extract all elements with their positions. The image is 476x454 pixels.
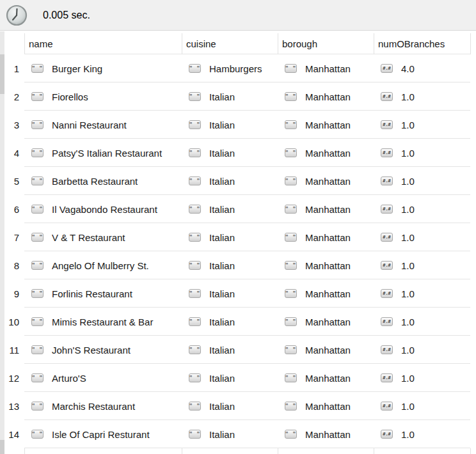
cell-borough[interactable]: " "Manhattan [278,167,374,195]
row-number[interactable]: 11 [4,345,24,356]
cell-name[interactable]: " "Patsy'S Italian Restaurant [24,139,182,167]
cell-borough[interactable]: " "Manhattan [278,279,374,308]
cell-borough-value: Manhattan [305,176,351,187]
cell-name[interactable]: " "Mimis Restaurant & Bar [24,308,182,336]
cell-name[interactable]: " "V & T Restaurant [24,223,182,251]
row-number[interactable]: 14 [4,429,24,440]
table-row[interactable]: 11" "John'S Restaurant" "Italian" "Manha… [4,336,476,364]
cell-name[interactable]: " "Burger King [24,54,182,82]
row-number[interactable]: 5 [4,176,24,187]
scrollbar-thumb-bottom[interactable] [0,440,4,454]
cell-numobranches[interactable]: #.#1.0 [374,420,470,448]
row-number[interactable]: 2 [4,91,24,102]
row-number[interactable]: 12 [4,373,24,384]
cell-numobranches[interactable]: #.#1.0 [374,392,470,420]
row-number[interactable]: 9 [4,288,24,299]
cell-borough[interactable]: " "Manhattan [278,420,374,448]
cell-name[interactable]: " "John'S Restaurant [24,336,182,364]
table-row[interactable]: 6" "Il Vagabondo Restaurant" "Italian" "… [4,195,476,223]
table-row[interactable]: 14" "Isle Of Capri Resturant" "Italian" … [4,420,476,448]
cell-numobranches-value: 1.0 [401,91,415,102]
table-row[interactable]: 1" "Burger King" "Hamburgers" "Manhattan… [4,54,476,82]
cell-numobranches[interactable]: #.#1.0 [374,195,470,223]
cell-borough[interactable]: " "Manhattan [278,364,374,392]
cell-numobranches[interactable]: #.#1.0 [374,82,470,111]
row-number[interactable]: 4 [4,148,24,159]
table-row[interactable]: 12" "Arturo'S" "Italian" "Manhattan#.#1.… [4,364,476,392]
cell-name[interactable]: " "Marchis Restaurant [24,392,182,420]
table-row[interactable]: 3" "Nanni Restaurant" "Italian" "Manhatt… [4,111,476,139]
row-number[interactable]: 13 [4,401,24,412]
cell-cuisine[interactable]: " "Italian [182,308,278,336]
row-number[interactable]: 8 [4,260,24,271]
cell-cuisine[interactable]: " "Italian [182,420,278,448]
table-row[interactable]: 9" "Forlinis Restaurant" "Italian" "Manh… [4,279,476,308]
cell-cuisine[interactable]: " "Italian [182,195,278,223]
column-header-cuisine[interactable]: cuisine [182,38,278,49]
cell-name[interactable]: " "Forlinis Restaurant [24,279,182,308]
cell-name-value: Fiorellos [52,91,88,102]
cell-borough[interactable]: " "Manhattan [278,251,374,279]
column-header-numobranches[interactable]: numOBranches [374,38,470,49]
row-number[interactable]: 10 [4,317,24,327]
cell-borough[interactable]: " "Manhattan [278,308,374,336]
cell-cuisine[interactable]: " "Italian [182,223,278,251]
cell-borough[interactable]: " "Manhattan [278,139,374,167]
table-row[interactable]: 7" "V & T Restaurant" "Italian" "Manhatt… [4,223,476,251]
cell-borough[interactable]: " "Manhattan [278,111,374,139]
cell-cuisine[interactable]: " "Italian [182,139,278,167]
row-number[interactable]: 1 [4,63,24,74]
cell-borough[interactable]: " "Manhattan [278,392,374,420]
cell-cuisine[interactable]: " "Hamburgers [182,54,278,82]
cell-name[interactable]: " "Nanni Restaurant [24,111,182,139]
table-row[interactable]: 4" "Patsy'S Italian Restaurant" "Italian… [4,139,476,167]
cell-borough[interactable]: " "Manhattan [278,54,374,82]
table-row[interactable]: 2" "Fiorellos" "Italian" "Manhattan#.#1.… [4,82,476,111]
table-row[interactable]: 10" "Mimis Restaurant & Bar" "Italian" "… [4,308,476,336]
cell-cuisine[interactable]: " "Italian [182,364,278,392]
cell-borough[interactable]: " "Manhattan [278,223,374,251]
table-row[interactable]: 13" "Marchis Restaurant" "Italian" "Manh… [4,392,476,420]
cell-name[interactable]: " "Fiorellos [24,82,182,111]
cell-cuisine[interactable]: " "Italian [182,251,278,279]
cell-numobranches[interactable]: #.#4.0 [374,54,470,82]
cell-borough[interactable]: " "Manhattan [278,336,374,364]
cell-cuisine-value: Italian [209,345,235,356]
cell-numobranches[interactable]: #.#1.0 [374,167,470,195]
cell-cuisine[interactable]: " "Italian [182,111,278,139]
row-number[interactable]: 6 [4,204,24,215]
cell-numobranches[interactable]: #.#1.0 [374,336,470,364]
row-number[interactable]: 3 [4,120,24,130]
cell-name[interactable]: " "Il Vagabondo Restaurant [24,195,182,223]
cell-borough[interactable]: " "Manhattan [278,195,374,223]
table-row[interactable]: 5" "Barbetta Restaurant" "Italian" "Manh… [4,167,476,195]
cell-cuisine[interactable]: " "Italian [182,392,278,420]
column-header-name[interactable]: name [24,38,182,49]
cell-numobranches[interactable]: #.#1.0 [374,223,470,251]
number-type-icon: #.# [381,120,393,129]
cell-numobranches[interactable]: #.#1.0 [374,139,470,167]
left-scrollbar[interactable] [0,31,4,454]
cell-borough-value: Manhattan [305,148,351,159]
string-type-icon: " " [189,345,201,354]
string-type-icon: " " [189,317,201,326]
cell-cuisine[interactable]: " "Italian [182,336,278,364]
column-header-borough[interactable]: borough [278,38,374,49]
cell-name[interactable]: " "Isle Of Capri Resturant [24,420,182,448]
string-type-icon: " " [189,233,201,242]
cell-cuisine[interactable]: " "Italian [182,82,278,111]
cell-numobranches[interactable]: #.#1.0 [374,279,470,308]
cell-name[interactable]: " "Arturo'S [24,364,182,392]
table-row[interactable]: 8" "Angelo Of Mulberry St." "Italian" "M… [4,251,476,279]
cell-name[interactable]: " "Angelo Of Mulberry St. [24,251,182,279]
cell-numobranches[interactable]: #.#1.0 [374,111,470,139]
row-number[interactable]: 7 [4,232,24,243]
cell-numobranches[interactable]: #.#1.0 [374,251,470,279]
cell-borough[interactable]: " "Manhattan [278,82,374,111]
cell-cuisine[interactable]: " "Italian [182,167,278,195]
cell-numobranches[interactable]: #.#1.0 [374,364,470,392]
scrollbar-thumb-top[interactable] [0,54,4,94]
cell-name[interactable]: " "Barbetta Restaurant [24,167,182,195]
cell-cuisine[interactable]: " "Italian [182,279,278,308]
cell-numobranches[interactable]: #.#1.0 [374,308,470,336]
